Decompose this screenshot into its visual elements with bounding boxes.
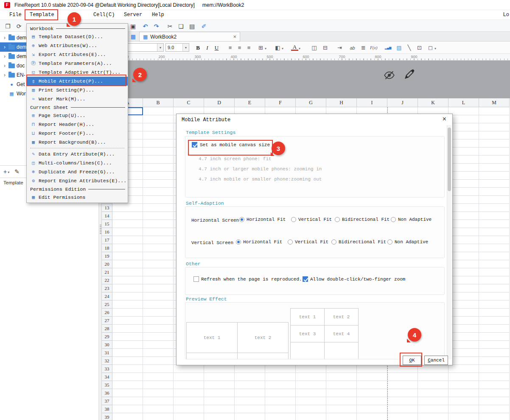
column-header-i[interactable]: I [357, 98, 387, 107]
cell-l27[interactable] [448, 317, 479, 325]
row-header-23[interactable]: 23 [102, 284, 112, 292]
cut-icon[interactable]: ✂ [165, 22, 174, 31]
cell-l18[interactable] [448, 244, 479, 252]
radio-button-icon[interactable] [239, 217, 244, 222]
radio-vertical-screen-non-adaptive[interactable]: Non Adaptive [387, 239, 428, 245]
column-header-k[interactable]: K [418, 98, 448, 107]
row-header-28[interactable]: 28 [102, 325, 112, 333]
cell-m32[interactable] [479, 357, 510, 365]
refresh-icon[interactable]: ⟳ [14, 22, 23, 31]
cell-l31[interactable] [448, 349, 479, 357]
copy-icon[interactable]: ❏ [177, 22, 185, 31]
cell-b9[interactable] [143, 172, 174, 180]
paste-icon[interactable]: ▣ [129, 22, 137, 31]
chart-icon[interactable]: ▂▄▆ [384, 44, 392, 51]
cell-c35[interactable] [174, 381, 204, 389]
row-header-27[interactable]: 27 [102, 317, 112, 325]
cell-j34[interactable] [387, 373, 418, 381]
cell-l17[interactable] [448, 236, 479, 244]
column-header-g[interactable]: G [296, 98, 326, 107]
cell-b14[interactable] [143, 212, 174, 220]
cell-j36[interactable] [387, 389, 418, 397]
cell-l7[interactable] [448, 156, 479, 164]
cell-b28[interactable] [143, 325, 174, 333]
cell-e36[interactable] [235, 389, 265, 397]
cell-b22[interactable] [143, 276, 174, 284]
chevron-down-icon[interactable]: ▾ [265, 47, 266, 50]
cell-b18[interactable] [143, 244, 174, 252]
image-icon[interactable]: ▨ [395, 44, 403, 51]
radio-horizontal-screen-vertical-fit[interactable]: Vertical Fit [291, 217, 332, 222]
cell-m13[interactable] [479, 204, 510, 212]
row-header-33[interactable]: 33 [102, 365, 112, 373]
menu-item-template-dataset-d[interactable]: ▤Template Dataset(D)... [27, 32, 128, 41]
cell-m26[interactable] [479, 309, 510, 317]
cell-l28[interactable] [448, 325, 479, 333]
cell-b5[interactable] [143, 139, 174, 147]
row-header-37[interactable]: 37 [102, 397, 112, 405]
cell-b29[interactable] [143, 333, 174, 341]
sheet-grid-icon[interactable]: ▦ [129, 33, 137, 40]
radio-button-icon[interactable] [331, 239, 336, 245]
cell-a14[interactable] [112, 212, 143, 220]
menu-item-multi-columns-lines-c[interactable]: ◫Multi-columns/lines(C)... [27, 159, 128, 167]
cell-l36[interactable] [448, 389, 479, 397]
menu-item-duplicate-and-freeze-g[interactable]: ❄Duplicate And Freeze(G)... [27, 167, 128, 176]
menu-item-data-entry-attribute-r[interactable]: ✎Data Entry Attribute(R)... [27, 150, 128, 159]
menubar-item-file[interactable]: File [8, 11, 23, 18]
expand-chevron-icon[interactable]: › [3, 63, 7, 69]
cell-a31[interactable] [112, 349, 143, 357]
cell-m25[interactable] [479, 300, 510, 309]
cell-j35[interactable] [387, 381, 418, 389]
column-header-d[interactable]: D [204, 98, 235, 107]
line-icon[interactable]: ╲ [406, 44, 413, 51]
cell-b37[interactable] [143, 397, 174, 405]
cell-b19[interactable] [143, 252, 174, 260]
chevron-down-icon[interactable]: ▾ [182, 44, 189, 51]
cell-m36[interactable] [479, 389, 510, 397]
cell-l1[interactable] [448, 107, 479, 115]
cell-c39[interactable] [174, 413, 204, 420]
cell-m24[interactable] [479, 292, 510, 300]
row-header-34[interactable]: 34 [102, 373, 112, 381]
font-size-select[interactable]: 9.0▾ [165, 43, 189, 52]
row-header-32[interactable]: 32 [102, 357, 112, 365]
row-header-31[interactable]: 31 [102, 349, 112, 357]
cell-b31[interactable] [143, 349, 174, 357]
row-header-20[interactable]: 20 [102, 260, 112, 268]
radio-horizontal-screen-bidirectional-fit[interactable]: Bidirectional Fit [335, 217, 390, 222]
cell-b8[interactable] [143, 164, 174, 172]
cell-l2[interactable] [448, 115, 479, 123]
italic-button[interactable]: I [204, 44, 211, 51]
cell-m1[interactable] [479, 107, 510, 115]
edit-template-button[interactable]: ✎ [14, 168, 20, 175]
cell-a13[interactable] [112, 204, 143, 212]
cell-b27[interactable] [143, 317, 174, 325]
cell-b4[interactable] [143, 131, 174, 139]
cell-m28[interactable] [479, 325, 510, 333]
cell-l33[interactable] [448, 365, 479, 373]
cell-a25[interactable] [112, 300, 143, 309]
cell-m29[interactable] [479, 333, 510, 341]
row-header-35[interactable]: 35 [102, 381, 112, 389]
dialog-close-icon[interactable]: × [442, 116, 446, 123]
cell-b17[interactable] [143, 236, 174, 244]
cell-k37[interactable] [418, 397, 448, 405]
radio-vertical-screen-horizontal-fit[interactable]: Horizontal Fit [236, 239, 282, 245]
cell-i34[interactable] [357, 373, 387, 381]
cell-i33[interactable] [357, 365, 387, 373]
edit-pencil-icon[interactable] [403, 68, 415, 80]
cell-m30[interactable] [479, 341, 510, 349]
cell-k34[interactable] [418, 373, 448, 381]
cell-i37[interactable] [357, 397, 387, 405]
cell-h36[interactable] [326, 389, 357, 397]
cell-b11[interactable] [143, 188, 174, 196]
cell-a34[interactable] [112, 373, 143, 381]
row-header-16[interactable]: 16 [102, 228, 112, 236]
cell-f34[interactable] [265, 373, 296, 381]
cell-b7[interactable] [143, 156, 174, 164]
cell-a36[interactable] [112, 389, 143, 397]
cell-b6[interactable] [143, 147, 174, 156]
fill-color-icon[interactable]: ◧ [274, 44, 281, 51]
radio-button-icon[interactable] [236, 239, 241, 245]
